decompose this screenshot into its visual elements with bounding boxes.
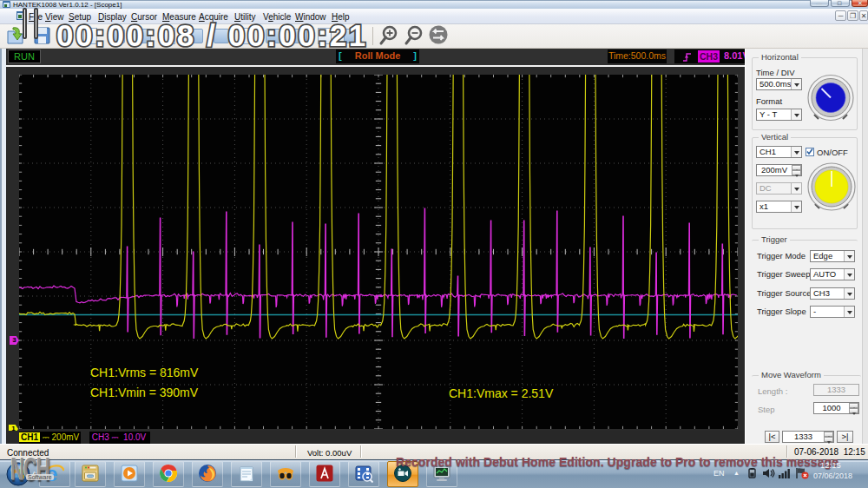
- svg-text:CH1:Vrms = 816mV: CH1:Vrms = 816mV: [90, 366, 199, 379]
- svg-text:CH1:Vmax = 2.51V: CH1:Vmax = 2.51V: [449, 386, 554, 400]
- svg-text:CH1:Vmin = 390mV: CH1:Vmin = 390mV: [90, 386, 199, 399]
